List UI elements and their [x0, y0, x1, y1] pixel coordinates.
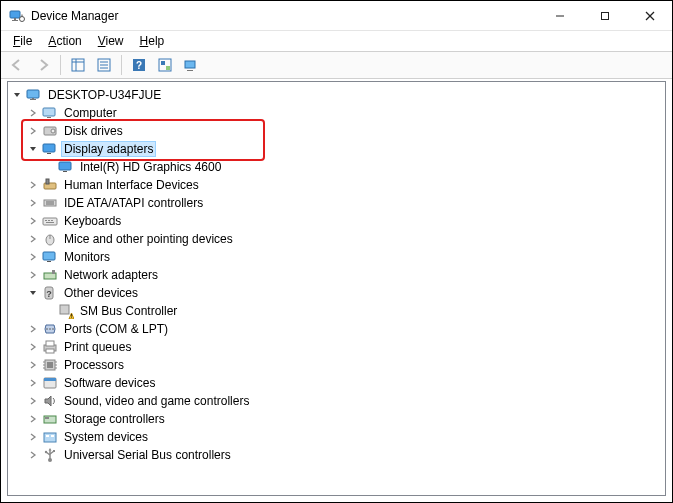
menu-action[interactable]: Action	[42, 33, 87, 49]
svg-point-29	[51, 129, 55, 133]
menu-bar: File Action View Help	[1, 31, 672, 51]
tree-item-ports[interactable]: Ports (COM & LPT)	[10, 320, 663, 338]
menu-view[interactable]: View	[92, 33, 130, 49]
chevron-right-icon[interactable]	[26, 178, 40, 192]
tree-item-storage[interactable]: Storage controllers	[10, 410, 663, 428]
chevron-right-icon[interactable]	[26, 124, 40, 138]
svg-rect-23	[27, 90, 39, 98]
chevron-right-icon[interactable]	[26, 268, 40, 282]
show-hide-tree-button[interactable]	[66, 53, 90, 77]
computer-icon	[26, 87, 42, 103]
root-label: DESKTOP-U34FJUE	[46, 88, 163, 102]
chevron-right-icon[interactable]	[26, 412, 40, 426]
title-bar: Device Manager	[1, 1, 672, 31]
item-label: Software devices	[62, 376, 157, 390]
tree-item-software-devices[interactable]: Software devices	[10, 374, 663, 392]
svg-point-80	[45, 451, 47, 453]
window-controls	[537, 1, 672, 30]
chevron-right-icon[interactable]	[26, 250, 40, 264]
svg-rect-33	[63, 171, 67, 172]
window-title: Device Manager	[31, 9, 537, 23]
item-label: Universal Serial Bus controllers	[62, 448, 233, 462]
help-button[interactable]: ?	[127, 53, 151, 77]
item-label: Disk drives	[62, 124, 125, 138]
chevron-right-icon[interactable]	[26, 394, 40, 408]
chevron-right-icon[interactable]	[26, 322, 40, 336]
back-button[interactable]	[5, 53, 29, 77]
tree-item-print-queues[interactable]: Print queues	[10, 338, 663, 356]
svg-rect-9	[72, 59, 84, 71]
svg-rect-31	[47, 153, 51, 154]
item-label: IDE ATA/ATAPI controllers	[62, 196, 205, 210]
maximize-button[interactable]	[582, 1, 627, 31]
svg-rect-74	[46, 435, 49, 437]
chevron-right-icon[interactable]	[26, 340, 40, 354]
item-label: System devices	[62, 430, 150, 444]
tree-item-intel-hd[interactable]: Intel(R) HD Graphics 4600	[10, 158, 663, 176]
tree-item-monitors[interactable]: Monitors	[10, 248, 663, 266]
tree-item-mice[interactable]: Mice and other pointing devices	[10, 230, 663, 248]
display-icon	[58, 159, 74, 175]
item-label: Ports (COM & LPT)	[62, 322, 170, 336]
tree-item-hid[interactable]: Human Interface Devices	[10, 176, 663, 194]
network-icon	[42, 267, 58, 283]
item-label: Computer	[62, 106, 119, 120]
app-icon	[9, 8, 25, 24]
tree-item-sound[interactable]: Sound, video and game controllers	[10, 392, 663, 410]
close-button[interactable]	[627, 1, 672, 31]
display-icon	[42, 141, 58, 157]
svg-rect-59	[46, 341, 54, 346]
item-label: Human Interface Devices	[62, 178, 201, 192]
menu-help[interactable]: Help	[134, 33, 171, 49]
chevron-down-icon[interactable]	[26, 142, 40, 156]
chevron-right-icon[interactable]	[26, 430, 40, 444]
tree-item-processors[interactable]: Processors	[10, 356, 663, 374]
tree-item-computer[interactable]: Computer	[10, 104, 663, 122]
svg-rect-47	[47, 261, 51, 262]
show-hidden-button[interactable]	[179, 53, 203, 77]
monitor-icon	[42, 249, 58, 265]
svg-rect-75	[51, 435, 54, 437]
disk-icon	[42, 123, 58, 139]
chevron-right-icon[interactable]	[26, 196, 40, 210]
chevron-right-icon[interactable]	[26, 214, 40, 228]
chevron-right-icon[interactable]	[26, 358, 40, 372]
svg-marker-82	[49, 448, 52, 451]
tree-item-usb[interactable]: Universal Serial Bus controllers	[10, 446, 663, 464]
svg-point-57	[52, 328, 54, 330]
tree-item-system[interactable]: System devices	[10, 428, 663, 446]
svg-rect-27	[47, 117, 51, 118]
tree-item-network[interactable]: Network adapters	[10, 266, 663, 284]
tree-item-other[interactable]: ? Other devices	[10, 284, 663, 302]
warning-device-icon: !	[58, 303, 74, 319]
tree-item-ide[interactable]: IDE ATA/ATAPI controllers	[10, 194, 663, 212]
minimize-button[interactable]	[537, 1, 582, 31]
cpu-icon	[42, 357, 58, 373]
chevron-down-icon[interactable]	[26, 286, 40, 300]
chevron-right-icon[interactable]	[26, 106, 40, 120]
tree-item-smbus[interactable]: ! SM Bus Controller	[10, 302, 663, 320]
forward-button[interactable]	[31, 53, 55, 77]
svg-rect-1	[12, 20, 18, 21]
item-label: Processors	[62, 358, 126, 372]
chevron-right-icon[interactable]	[26, 376, 40, 390]
tree-item-keyboards[interactable]: Keyboards	[10, 212, 663, 230]
chevron-right-icon[interactable]	[26, 448, 40, 462]
menu-file[interactable]: File	[7, 33, 38, 49]
tree-item-disk-drives[interactable]: Disk drives	[10, 122, 663, 140]
toolbar-separator	[121, 55, 122, 75]
svg-rect-39	[43, 218, 57, 225]
mouse-icon	[42, 231, 58, 247]
device-tree[interactable]: DESKTOP-U34FJUE Computer Disk drives Dis…	[7, 81, 666, 496]
chevron-down-icon[interactable]	[10, 88, 24, 102]
tree-root[interactable]: DESKTOP-U34FJUE	[10, 86, 663, 104]
item-label: Other devices	[62, 286, 140, 300]
toolbar: ?	[1, 51, 672, 79]
item-label: Print queues	[62, 340, 133, 354]
chevron-right-icon[interactable]	[26, 232, 40, 246]
scan-hardware-button[interactable]	[153, 53, 177, 77]
tree-item-display-adapters[interactable]: Display adapters	[10, 140, 663, 158]
svg-rect-26	[43, 108, 55, 116]
properties-button[interactable]	[92, 53, 116, 77]
svg-rect-41	[48, 220, 50, 221]
